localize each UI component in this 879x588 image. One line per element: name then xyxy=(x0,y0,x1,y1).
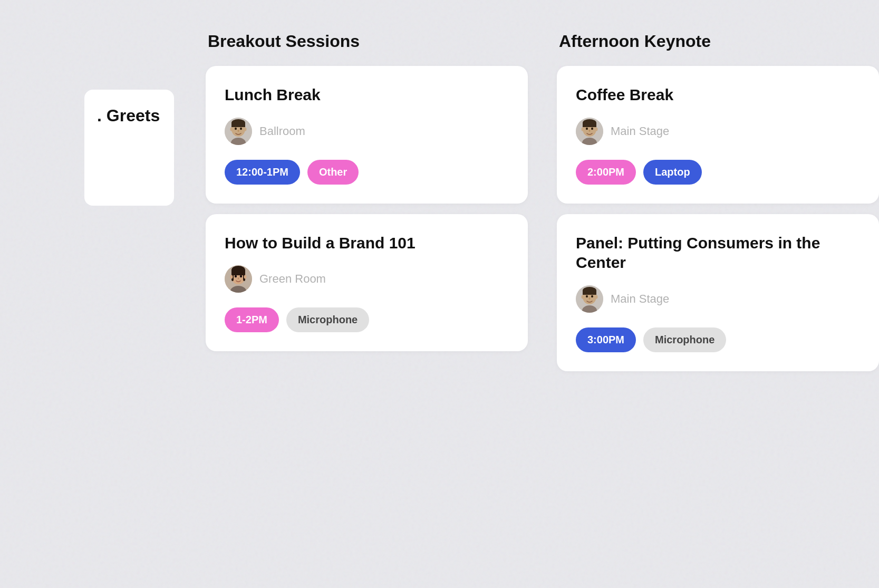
afternoon-column: Afternoon Keynote Coffee Break xyxy=(557,32,879,556)
svg-rect-26 xyxy=(583,123,596,127)
lunch-break-type-tag: Other xyxy=(307,160,359,185)
lunch-break-card[interactable]: Lunch Break xyxy=(206,66,528,204)
svg-point-39 xyxy=(589,297,591,300)
svg-point-21 xyxy=(244,275,247,279)
panel-location: Main Stage xyxy=(611,292,669,306)
brand-location: Green Room xyxy=(259,272,326,286)
partial-card: . Greets xyxy=(84,90,174,206)
svg-point-18 xyxy=(240,275,242,277)
brand-card[interactable]: How to Build a Brand 101 xyxy=(206,214,528,352)
svg-point-40 xyxy=(582,295,584,298)
afternoon-cards: Coffee Break xyxy=(557,66,879,371)
svg-point-17 xyxy=(235,275,237,277)
coffee-tags: 2:00PM Laptop xyxy=(576,160,860,185)
coffee-avatar xyxy=(576,118,603,145)
breakout-column: Breakout Sessions Lunch Break xyxy=(206,32,528,556)
svg-point-30 xyxy=(582,127,584,131)
lunch-break-avatar xyxy=(225,118,252,145)
panel-meta: Main Stage xyxy=(576,285,860,313)
left-partial-section: . Greets xyxy=(84,32,174,556)
brand-equipment-tag: Microphone xyxy=(286,307,369,332)
brand-avatar xyxy=(225,265,252,293)
lunch-break-location: Ballroom xyxy=(259,124,305,138)
svg-point-31 xyxy=(595,127,598,131)
coffee-time-tag: 2:00PM xyxy=(576,160,636,185)
svg-point-6 xyxy=(240,127,242,129)
columns-container: Breakout Sessions Lunch Break xyxy=(206,32,879,556)
brand-title: How to Build a Brand 101 xyxy=(225,233,509,253)
coffee-equipment-tag: Laptop xyxy=(643,160,702,185)
panel-card[interactable]: Panel: Putting Consumers in the Center xyxy=(557,214,879,371)
coffee-title: Coffee Break xyxy=(576,85,860,105)
svg-point-27 xyxy=(586,127,588,129)
panel-time-tag: 3:00PM xyxy=(576,327,636,352)
lunch-break-time-tag: 12:00-1PM xyxy=(225,160,300,185)
svg-point-20 xyxy=(230,275,233,279)
svg-point-29 xyxy=(589,130,591,132)
page-container: . Greets Breakout Sessions Lunch Break xyxy=(0,0,879,588)
panel-avatar xyxy=(576,285,603,313)
brand-time-tag: 1-2PM xyxy=(225,307,279,332)
svg-point-9 xyxy=(244,127,247,131)
panel-equipment-tag: Microphone xyxy=(643,327,726,352)
svg-rect-36 xyxy=(583,291,596,295)
svg-point-19 xyxy=(238,277,239,279)
svg-point-38 xyxy=(591,295,593,297)
lunch-break-title: Lunch Break xyxy=(225,85,509,105)
svg-point-5 xyxy=(235,127,237,129)
breakout-cards: Lunch Break xyxy=(206,66,528,351)
coffee-location: Main Stage xyxy=(611,124,669,138)
svg-point-41 xyxy=(595,295,598,298)
brand-tags: 1-2PM Microphone xyxy=(225,307,509,332)
coffee-card[interactable]: Coffee Break xyxy=(557,66,879,204)
svg-point-7 xyxy=(238,130,239,132)
partial-card-title: . Greets xyxy=(97,105,160,126)
svg-point-28 xyxy=(591,127,593,129)
svg-point-37 xyxy=(586,295,588,297)
lunch-break-tags: 12:00-1PM Other xyxy=(225,160,509,185)
lunch-break-meta: Ballroom xyxy=(225,118,509,145)
breakout-header: Breakout Sessions xyxy=(206,32,528,51)
brand-meta: Green Room xyxy=(225,265,509,293)
afternoon-header: Afternoon Keynote xyxy=(557,32,879,51)
coffee-meta: Main Stage xyxy=(576,118,860,145)
panel-tags: 3:00PM Microphone xyxy=(576,327,860,352)
svg-point-8 xyxy=(230,127,233,131)
svg-rect-4 xyxy=(231,123,245,127)
panel-title: Panel: Putting Consumers in the Center xyxy=(576,233,860,273)
